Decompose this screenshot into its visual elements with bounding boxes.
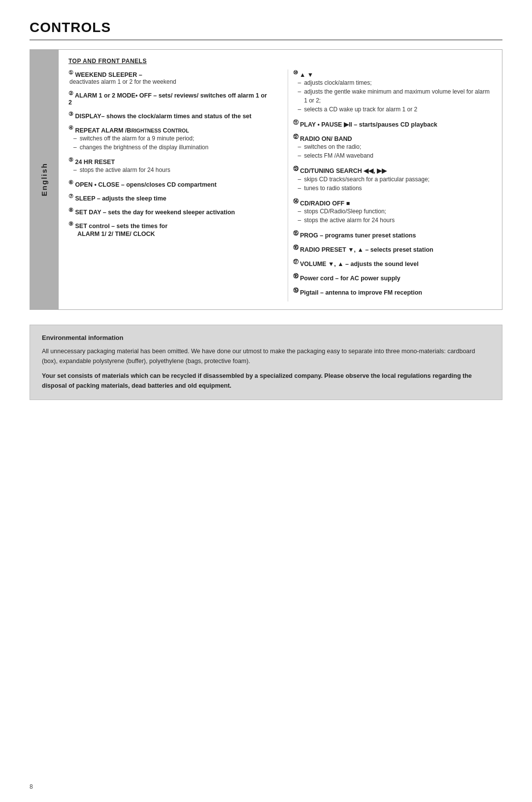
item-num: ② — [68, 90, 73, 97]
control-label: ⑯ RADIO PRESET ▼, ▲ – selects preset sta… — [293, 244, 493, 253]
sub-label: ALARM 1/ 2/ TIME/ CLOCK — [77, 231, 268, 237]
content-area: TOP AND FRONT PANELS ① WEEKEND SLEEPER –… — [58, 49, 502, 310]
list-item: ⑯ RADIO PRESET ▼, ▲ – selects preset sta… — [293, 244, 493, 253]
page-number: 8 — [30, 783, 33, 790]
dash-item: skips CD tracks/search for a particular … — [298, 175, 493, 184]
list-item: ⑲ Pigtail – antenna to improve FM recept… — [293, 287, 493, 296]
main-content: English TOP AND FRONT PANELS ① WEEKEND S… — [30, 49, 502, 310]
item-label: RADIO PRESET ▼, ▲ – selects preset stati… — [300, 246, 433, 253]
item-num: ⑱ — [293, 272, 299, 280]
item-label: Power cord – for AC power supply — [300, 275, 400, 282]
control-label: ⑭ CD/RADIO OFF ■ — [293, 198, 493, 207]
list-item: ⑩ ▲ ▼ adjusts clock/alarm times; adjusts… — [293, 69, 493, 114]
item-label: DISPLAY– shows the clock/alarm times and… — [75, 113, 251, 120]
dash-item: switches off the alarm for a 9 minute pe… — [73, 134, 268, 143]
title-section: CONTROLS — [30, 20, 502, 40]
list-item: ⑪ PLAY • PAUSE ▶II – starts/pauses CD pl… — [293, 119, 493, 128]
item-num: ⑨ — [68, 221, 73, 227]
item-label: VOLUME ▼, ▲ – adjusts the sound level — [300, 261, 419, 267]
list-item: ⑮ PROG – programs tuner preset stations — [293, 230, 493, 239]
list-item: ② ALARM 1 or 2 MODE• OFF – sets/ reviews… — [68, 90, 268, 106]
item-num: ④ — [68, 125, 73, 131]
control-label: ⑧ SET DAY – sets the day for weekend sle… — [68, 207, 268, 216]
dash-item: selects FM /AM waveband — [298, 151, 493, 160]
control-label: ⑱ Power cord – for AC power supply — [293, 272, 493, 282]
item-num: ① — [68, 69, 73, 76]
item-label: PLAY • PAUSE ▶II – starts/pauses CD play… — [300, 121, 437, 128]
item-label: ▲ ▼ — [299, 71, 313, 78]
item-num: ③ — [68, 111, 73, 117]
list-item: ⑱ Power cord – for AC power supply — [293, 272, 493, 282]
dash-item: adjusts the gentle wake minimum and maxi… — [298, 87, 493, 105]
item-num: ⑯ — [293, 244, 299, 251]
control-label: ⑪ PLAY • PAUSE ▶II – starts/pauses CD pl… — [293, 119, 493, 128]
item-label: OPEN • CLOSE – opens/closes CD compartme… — [75, 181, 216, 188]
list-item: ⑬ CD/TUNING SEARCH ◀◀, ▶▶ skips CD track… — [293, 165, 493, 192]
dash-item: switches on the radio; — [298, 142, 493, 151]
item-num: ⑥ — [68, 179, 73, 186]
item-num: ⑲ — [293, 287, 299, 294]
item-num: ⑦ — [68, 193, 73, 200]
control-label: ⑥ OPEN • CLOSE – opens/closes CD compart… — [68, 179, 268, 188]
item-label: WEEKEND SLEEPER – — [75, 71, 142, 78]
control-label: ⑬ CD/TUNING SEARCH ◀◀, ▶▶ — [293, 165, 493, 174]
item-label: 24 HR RESET — [75, 159, 115, 166]
item-num: ⑬ — [293, 165, 299, 172]
dash-item: stops the active alarm for 24 hours — [298, 216, 493, 225]
page-title: CONTROLS — [30, 20, 502, 40]
item-label: SLEEP – adjusts the sleep time — [75, 195, 166, 202]
dash-item: stops CD/Radio/Sleep function; — [298, 207, 493, 216]
env-box: Environmental information All unnecessar… — [30, 325, 502, 400]
list-item: ⑭ CD/RADIO OFF ■ stops CD/Radio/Sleep fu… — [293, 198, 493, 225]
item-label: RADIO ON/ BAND — [300, 135, 352, 142]
list-item: ⑥ OPEN • CLOSE – opens/closes CD compart… — [68, 179, 268, 188]
section-header: TOP AND FRONT PANELS — [68, 58, 492, 65]
two-col: ① WEEKEND SLEEPER – deactivates alarm 1 … — [68, 69, 492, 301]
item-label: REPEAT ALARM /BRIGHTNESS CONTROL — [75, 127, 189, 134]
item-label: SET control – sets the times for — [75, 223, 167, 230]
dash-item: tunes to radio stations — [298, 184, 493, 193]
list-item: ⑫ RADIO ON/ BAND switches on the radio; … — [293, 133, 493, 160]
item-num: ⑩ — [293, 69, 298, 76]
control-label: ⑩ ▲ ▼ — [293, 69, 493, 78]
control-desc: deactivates alarm 1 or 2 for the weekend — [69, 78, 268, 85]
control-label: ③ DISPLAY– shows the clock/alarm times a… — [68, 111, 268, 120]
list-item: ③ DISPLAY– shows the clock/alarm times a… — [68, 111, 268, 120]
sidebar: English — [30, 49, 58, 310]
list-item: ⑰ VOLUME ▼, ▲ – adjusts the sound level — [293, 258, 493, 267]
item-num: ⑫ — [293, 133, 299, 140]
list-item: ⑦ SLEEP – adjusts the sleep time — [68, 193, 268, 202]
dash-item: stops the active alarm for 24 hours — [73, 166, 268, 174]
dash-item: selects a CD wake up track for alarm 1 o… — [298, 105, 493, 114]
right-column: ⑩ ▲ ▼ adjusts clock/alarm times; adjusts… — [288, 69, 493, 301]
control-label: ① WEEKEND SLEEPER – — [68, 69, 268, 78]
item-num: ⑧ — [68, 207, 73, 213]
item-label: SET DAY – sets the day for weekend sleep… — [75, 209, 234, 216]
list-item: ④ REPEAT ALARM /BRIGHTNESS CONTROL switc… — [68, 125, 268, 151]
env-title: Environmental information — [42, 334, 490, 341]
list-item: ⑨ SET control – sets the times for ALARM… — [68, 221, 268, 237]
env-bold-text: Your set consists of materials which can… — [42, 371, 490, 391]
control-label: ⑤ 24 HR RESET — [68, 157, 268, 166]
list-item: ① WEEKEND SLEEPER – deactivates alarm 1 … — [68, 69, 268, 85]
control-label: ⑫ RADIO ON/ BAND — [293, 133, 493, 142]
left-column: ① WEEKEND SLEEPER – deactivates alarm 1 … — [68, 69, 273, 301]
page: CONTROLS English TOP AND FRONT PANELS ① … — [0, 0, 532, 802]
item-label: CD/RADIO OFF ■ — [300, 200, 350, 207]
item-label: Pigtail – antenna to improve FM receptio… — [300, 290, 422, 297]
sidebar-label: English — [40, 163, 48, 196]
control-label: ⑲ Pigtail – antenna to improve FM recept… — [293, 287, 493, 296]
item-num: ⑪ — [293, 119, 299, 126]
item-num: ⑭ — [293, 198, 299, 205]
item-label: PROG – programs tuner preset stations — [300, 232, 416, 239]
control-label: ② ALARM 1 or 2 MODE• OFF – sets/ reviews… — [68, 90, 268, 106]
control-label: ⑮ PROG – programs tuner preset stations — [293, 230, 493, 239]
list-item: ⑧ SET DAY – sets the day for weekend sle… — [68, 207, 268, 216]
dash-item: adjusts clock/alarm times; — [298, 78, 493, 87]
control-label: ④ REPEAT ALARM /BRIGHTNESS CONTROL — [68, 125, 268, 134]
control-label: ⑰ VOLUME ▼, ▲ – adjusts the sound level — [293, 258, 493, 267]
env-text: All unnecessary packaging material has b… — [42, 346, 490, 366]
item-label: ALARM 1 or 2 MODE• OFF – sets/ reviews/ … — [68, 92, 267, 106]
control-label: ⑦ SLEEP – adjusts the sleep time — [68, 193, 268, 202]
item-num: ⑤ — [68, 157, 73, 163]
